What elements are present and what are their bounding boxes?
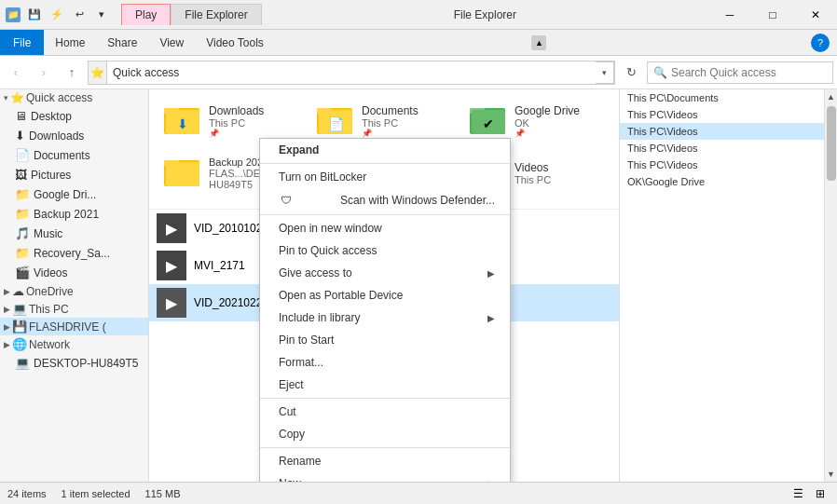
ctx-include-library[interactable]: Include in library ▶ — [260, 306, 510, 329]
sidebar-videos-label: Videos — [34, 266, 67, 279]
scroll-down-button[interactable]: ▼ — [827, 467, 835, 482]
ctx-expand-label: Expand — [279, 143, 319, 157]
flashdrive-icon: 💾 — [12, 320, 27, 334]
vertical-scrollbar[interactable]: ▲ ▼ — [824, 89, 837, 482]
ribbon-collapse[interactable]: ▲ — [531, 35, 546, 50]
ribbon: File Home Share View Video Tools ▲ ? — [0, 30, 837, 56]
right-item-1[interactable]: This PC\Videos — [620, 106, 824, 123]
ctx-defender[interactable]: 🛡 Scan with Windows Defender... — [260, 188, 510, 212]
chevron-right-icon4: ▶ — [4, 340, 10, 349]
ctx-divider-1 — [260, 163, 510, 164]
up-button[interactable]: ↑ — [60, 61, 84, 85]
ctx-bitlocker[interactable]: Turn on BitLocker — [260, 166, 510, 188]
ctx-expand[interactable]: Expand — [260, 139, 510, 161]
google-drive-name: Google Drive — [515, 104, 604, 117]
forward-button[interactable]: › — [32, 61, 56, 85]
ctx-cut-label: Cut — [279, 405, 296, 418]
address-input[interactable]: Quick access — [107, 61, 596, 84]
sidebar-item-desktop-computer[interactable]: 💻 DESKTOP-HU849T5 — [0, 353, 148, 373]
tab-play[interactable]: Play — [121, 4, 171, 25]
sidebar-item-quick-access[interactable]: ▾ ⭐ Quick access — [0, 89, 148, 106]
search-input[interactable] — [671, 66, 827, 79]
address-chevron[interactable]: ▾ — [596, 61, 614, 84]
ribbon-share-tab[interactable]: Share — [96, 30, 148, 55]
file-list-name-2: MVI_2171 — [194, 259, 245, 272]
google-drive-folder-icon: ✔ — [470, 102, 507, 140]
ctx-rename-label: Rename — [279, 455, 321, 468]
sidebar-item-network[interactable]: ▶ 🌐 Network — [0, 335, 148, 353]
ctx-rename[interactable]: Rename — [260, 450, 510, 472]
qat-dropdown[interactable]: ▾ — [91, 5, 112, 25]
right-item-5[interactable]: OK\Google Drive — [620, 173, 824, 190]
sidebar-item-recovery[interactable]: 📁 Recovery_Sa... — [0, 243, 148, 263]
address-bar: ‹ › ↑ ⭐ Quick access ▾ ↻ 🔍 — [0, 56, 837, 89]
sidebar-item-flashdrive[interactable]: ▶ 💾 FLASHDRIVE ( — [0, 318, 148, 335]
right-item-3[interactable]: This PC\Videos — [620, 140, 824, 157]
sidebar-item-videos[interactable]: 🎬 Videos — [0, 263, 148, 282]
back-button[interactable]: ‹ — [4, 61, 28, 85]
sidebar-item-documents[interactable]: 📄 Documents — [0, 145, 148, 165]
ctx-cut[interactable]: Cut — [260, 401, 510, 423]
right-item-4[interactable]: This PC\Videos — [620, 157, 824, 173]
right-item-0[interactable]: This PC\Documents — [620, 89, 824, 106]
sidebar-item-onedrive[interactable]: ▶ ☁ OneDrive — [0, 282, 148, 300]
maximize-button[interactable]: □ — [751, 0, 794, 30]
view-details-button[interactable]: ☰ — [789, 485, 807, 502]
view-large-icons-button[interactable]: ⊞ — [811, 485, 830, 502]
sidebar-item-backup[interactable]: 📁 Backup 2021 — [0, 204, 148, 224]
ctx-give-access[interactable]: Give access to ▶ — [260, 262, 510, 284]
google-drive-icon: 📁 — [15, 187, 30, 201]
qat-save[interactable]: 💾 — [24, 5, 45, 25]
search-box[interactable]: 🔍 — [647, 61, 833, 84]
qat-undo[interactable]: ↩ — [69, 5, 89, 25]
scrollbar-thumb[interactable] — [827, 106, 836, 181]
google-drive-pin-icon: 📌 — [515, 129, 604, 138]
ribbon-view-tab[interactable]: View — [148, 30, 195, 55]
help-button[interactable]: ? — [811, 34, 830, 52]
sidebar-google-drive-label: Google Dri... — [34, 188, 96, 201]
close-button[interactable]: ✕ — [794, 0, 837, 30]
ctx-format-label: Format... — [279, 356, 323, 369]
ribbon-video-tools-tab[interactable]: Video Tools — [195, 30, 275, 55]
ctx-defender-label: Scan with Windows Defender... — [340, 194, 495, 207]
refresh-button[interactable]: ↻ — [619, 61, 643, 84]
documents-name: Documents — [362, 104, 451, 117]
minimize-button[interactable]: ─ — [708, 0, 751, 30]
svg-text:⬇: ⬇ — [177, 116, 188, 131]
qat-properties[interactable]: ⚡ — [47, 5, 67, 25]
sidebar-item-pictures[interactable]: 🖼 Pictures — [0, 165, 148, 184]
svg-text:📄: 📄 — [328, 116, 345, 132]
ctx-new[interactable]: New ▶ — [260, 472, 510, 482]
ctx-new-label: New — [279, 477, 301, 482]
ctx-open-portable[interactable]: Open as Portable Device — [260, 284, 510, 306]
ctx-eject[interactable]: Eject — [260, 374, 510, 396]
ctx-open-new-window[interactable]: Open in new window — [260, 217, 510, 239]
sidebar-item-music[interactable]: 🎵 Music — [0, 224, 148, 243]
computer-icon: 💻 — [15, 356, 30, 370]
right-item-2[interactable]: This PC\Videos — [620, 123, 824, 140]
sidebar-documents-label: Documents — [34, 149, 90, 162]
downloads-pin-icon: 📌 — [209, 129, 298, 138]
ribbon-home-tab[interactable]: Home — [44, 30, 96, 55]
context-menu: Expand Turn on BitLocker 🛡 Scan with Win… — [259, 138, 511, 482]
status-size: 115 MB — [145, 488, 181, 499]
ctx-give-access-arrow: ▶ — [487, 268, 495, 279]
ctx-divider-4 — [260, 447, 510, 448]
content-area: ⬇ Downloads This PC 📌 — [149, 89, 837, 482]
ctx-pin-quick-access[interactable]: Pin to Quick access — [260, 239, 510, 262]
ribbon-file-tab[interactable]: File — [0, 30, 44, 55]
sidebar-item-downloads[interactable]: ⬇ Downloads — [0, 126, 148, 145]
tab-file-explorer[interactable]: File Explorer — [171, 4, 261, 25]
sidebar-item-google-drive[interactable]: 📁 Google Dri... — [0, 184, 148, 204]
window-controls: ─ □ ✕ — [708, 0, 837, 30]
sidebar-item-this-pc[interactable]: ▶ 💻 This PC — [0, 300, 148, 318]
ctx-pin-start[interactable]: Pin to Start — [260, 329, 510, 351]
scroll-up-button[interactable]: ▲ — [827, 89, 835, 104]
ctx-copy[interactable]: Copy — [260, 423, 510, 445]
sidebar-item-desktop[interactable]: 🖥 Desktop — [0, 106, 148, 126]
pictures-icon: 🖼 — [15, 168, 27, 182]
sidebar: ▾ ⭐ Quick access 🖥 Desktop ⬇ Downloads 📄… — [0, 89, 149, 482]
sidebar-network-label: Network — [29, 338, 70, 351]
ctx-format[interactable]: Format... — [260, 351, 510, 374]
documents-icon: 📄 — [15, 148, 30, 162]
